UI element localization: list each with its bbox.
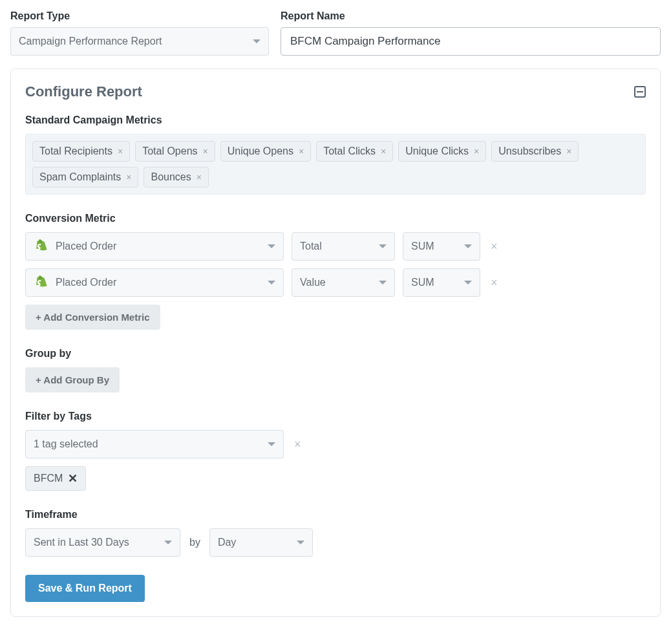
remove-chip-icon[interactable]: × [197, 173, 202, 182]
chevron-down-icon [464, 281, 472, 284]
remove-chip-icon[interactable]: × [126, 173, 131, 182]
by-label: by [189, 537, 200, 548]
metric-chip[interactable]: Total Recipients× [32, 141, 130, 162]
group-by-label: Group by [25, 348, 646, 360]
remove-conversion-row-icon[interactable]: × [488, 276, 500, 290]
report-name-label: Report Name [281, 10, 661, 22]
metric-chip[interactable]: Unique Opens× [220, 141, 311, 162]
filter-tag-chip[interactable]: BFCM✕ [25, 466, 86, 491]
chip-label: Total Opens [142, 145, 197, 157]
chip-label: Unique Opens [228, 145, 293, 157]
add-conversion-metric-button[interactable]: + Add Conversion Metric [25, 305, 160, 330]
chip-label: Unsubscribes [498, 145, 561, 157]
report-type-select[interactable]: Campaign Performance Report [10, 27, 269, 56]
remove-chip-icon[interactable]: × [566, 147, 571, 156]
timeframe-range-select[interactable]: Sent in Last 30 Days [25, 528, 180, 557]
metric-chip[interactable]: Total Clicks× [316, 141, 393, 162]
chevron-down-icon [164, 541, 172, 544]
conversion-agg-select[interactable]: Value [292, 268, 395, 297]
collapse-icon[interactable] [634, 86, 646, 98]
chevron-down-icon [379, 244, 387, 248]
chevron-down-icon [268, 442, 275, 446]
report-name-input[interactable] [281, 27, 661, 56]
standard-metrics-well[interactable]: Total Recipients×Total Opens×Unique Open… [25, 134, 646, 195]
chip-label: Total Clicks [323, 145, 376, 157]
conversion-metric-row: Placed OrderTotalSUM× [25, 232, 646, 261]
timeframe-range-value: Sent in Last 30 Days [34, 537, 129, 548]
conversion-metric-select[interactable]: Placed Order [25, 268, 284, 297]
chevron-down-icon [297, 541, 304, 544]
filter-tag-label: BFCM [34, 473, 63, 484]
chip-label: Total Recipients [39, 145, 112, 157]
remove-chip-icon[interactable]: × [203, 147, 208, 156]
conversion-agg-select[interactable]: Total [292, 232, 395, 261]
metric-chip[interactable]: Total Opens× [135, 141, 215, 162]
metric-chip[interactable]: Unsubscribes× [491, 141, 579, 162]
conversion-agg-value: Total [300, 241, 322, 252]
timeframe-granularity-value: Day [218, 537, 236, 548]
conversion-metric-value: Placed Order [56, 277, 116, 288]
conversion-fn-value: SUM [411, 241, 434, 252]
chevron-down-icon [464, 244, 472, 248]
remove-filter-icon[interactable]: × [292, 438, 304, 451]
panel-title: Configure Report [25, 83, 142, 100]
remove-chip-icon[interactable]: × [118, 147, 123, 156]
conversion-metric-row: Placed OrderValueSUM× [25, 268, 646, 297]
conversion-metric-select[interactable]: Placed Order [25, 232, 284, 261]
add-group-by-button[interactable]: + Add Group By [25, 367, 120, 392]
save-run-report-button[interactable]: Save & Run Report [25, 575, 145, 602]
conversion-metric-value: Placed Order [56, 241, 116, 252]
conversion-metric-label: Conversion Metric [25, 213, 646, 224]
chevron-down-icon [379, 281, 387, 284]
timeframe-granularity-select[interactable]: Day [209, 528, 313, 557]
chip-label: Bounces [151, 171, 191, 183]
chip-label: Spam Complaints [39, 171, 121, 183]
configure-report-panel: Configure Report Standard Campaign Metri… [10, 69, 661, 617]
conversion-fn-select[interactable]: SUM [403, 232, 480, 261]
filter-by-tags-label: Filter by Tags [25, 411, 646, 422]
chevron-down-icon [268, 281, 275, 284]
standard-metrics-label: Standard Campaign Metrics [25, 114, 646, 126]
remove-chip-icon[interactable]: × [299, 147, 304, 156]
filter-tags-value: 1 tag selected [34, 438, 98, 450]
conversion-fn-select[interactable]: SUM [403, 268, 480, 297]
metric-chip[interactable]: Unique Clicks× [398, 141, 486, 162]
report-type-value: Campaign Performance Report [19, 36, 162, 47]
filter-tags-select[interactable]: 1 tag selected [25, 430, 284, 458]
remove-chip-icon[interactable]: × [381, 147, 386, 156]
chevron-down-icon [268, 244, 275, 248]
remove-conversion-row-icon[interactable]: × [488, 240, 500, 253]
metric-chip[interactable]: Bounces× [144, 167, 208, 188]
report-type-label: Report Type [10, 10, 269, 22]
chip-label: Unique Clicks [405, 145, 469, 157]
chevron-down-icon [253, 39, 261, 43]
metric-chip[interactable]: Spam Complaints× [32, 167, 138, 188]
remove-chip-icon[interactable]: × [474, 147, 479, 156]
remove-tag-icon[interactable]: ✕ [68, 471, 78, 486]
conversion-agg-value: Value [300, 277, 326, 288]
conversion-fn-value: SUM [411, 277, 434, 288]
timeframe-label: Timeframe [25, 509, 646, 521]
